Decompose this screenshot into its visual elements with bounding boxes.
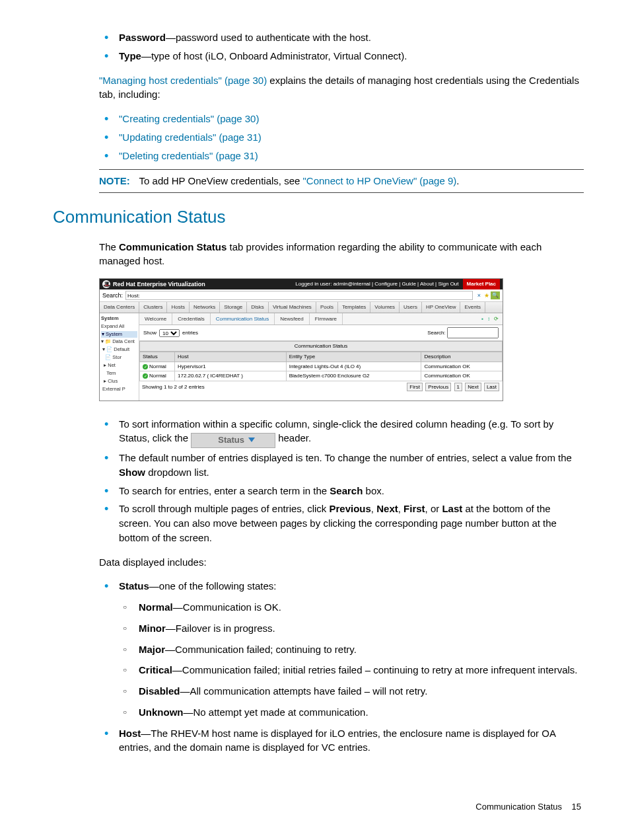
star-icon[interactable]: ★ xyxy=(484,291,489,300)
updating-credentials-link[interactable]: "Updating credentials" (page 31) xyxy=(119,132,262,143)
note-post: . xyxy=(456,175,459,186)
subtab-comm-status[interactable]: Communication Status xyxy=(211,313,275,325)
refresh-icon[interactable]: ⟳ xyxy=(494,315,499,323)
section-heading: Communication Status xyxy=(53,205,584,230)
ss-title: Red Hat Enterprise Virtualization xyxy=(113,280,205,289)
status-header-chip: Status xyxy=(191,433,275,448)
deleting-credentials-link[interactable]: "Deleting credentials" (page 31) xyxy=(119,150,258,161)
state-minor: Minor—Failover is in progress. xyxy=(139,621,584,636)
tab-volumes[interactable]: Volumes xyxy=(370,302,400,313)
status-ok-icon: ✓ xyxy=(143,373,148,379)
show-dropdown[interactable]: 10 xyxy=(159,329,180,337)
table-search-input[interactable] xyxy=(447,327,499,338)
ss-login-info[interactable]: Logged in user: admin@internal | Configu… xyxy=(295,280,458,288)
subtab-firmware[interactable]: Firmware xyxy=(310,313,343,325)
subtab-welcome[interactable]: Welcome xyxy=(139,313,172,325)
show-label: Show xyxy=(143,329,157,337)
section-para-bold: Communication Status xyxy=(119,241,227,252)
state-critical: Critical—Communication failed; initial r… xyxy=(139,663,584,677)
pager-next[interactable]: Next xyxy=(465,383,481,392)
pager: First Previous 1 Next Last xyxy=(406,383,500,392)
col-entity-type[interactable]: Entity Type xyxy=(286,352,421,362)
tab-hp-oneview[interactable]: HP OneView xyxy=(422,302,461,313)
tab-templates[interactable]: Templates xyxy=(338,302,370,313)
section-para: The Communication Status tab provides in… xyxy=(99,240,584,269)
table-controls: Show 10 entries Search: xyxy=(139,325,503,341)
expand-icon[interactable]: ↕ xyxy=(487,315,490,323)
section-para-pre: The xyxy=(99,241,119,252)
entries-label: entries xyxy=(182,329,198,337)
table-row[interactable]: ✓Normal Hypervisor1 Integrated Lights-Ou… xyxy=(140,362,503,371)
table-search-label: Search: xyxy=(427,330,446,336)
note-pre: To add HP OneView credentials, see xyxy=(139,175,303,186)
redhat-icon: 🎩 xyxy=(102,280,110,288)
usage-default: The default number of entries displayed … xyxy=(119,451,584,480)
status-ok-icon: ✓ xyxy=(143,364,148,369)
sidebar-expand-all[interactable]: Expand All xyxy=(101,323,137,330)
table-banner: Communication Status xyxy=(139,341,503,352)
managing-credentials-link[interactable]: "Managing host credentials" (page 30) xyxy=(99,75,267,86)
clear-icon[interactable]: × xyxy=(477,291,481,300)
sidebar-item[interactable]: ▸ Net xyxy=(101,362,137,369)
col-status[interactable]: Status xyxy=(140,352,175,362)
password-label: Password xyxy=(119,32,166,43)
footer-title: Communication Status xyxy=(475,802,562,812)
sidebar-item[interactable]: ▸ Clus xyxy=(101,378,137,385)
sidebar-item[interactable]: External P xyxy=(101,386,137,393)
cred-link-1: "Updating credentials" (page 31) xyxy=(119,130,584,145)
sidebar-item[interactable]: 📄 Stor xyxy=(101,354,137,362)
subtab-credentials[interactable]: Credentials xyxy=(172,313,210,325)
tab-data-centers[interactable]: Data Centers xyxy=(100,302,139,313)
tab-virtual-machines[interactable]: Virtual Machines xyxy=(269,302,316,313)
tab-events[interactable]: Events xyxy=(460,302,485,313)
password-text: —password used to authenticate with the … xyxy=(166,32,371,43)
minimize-icon[interactable]: ▪ xyxy=(481,315,483,323)
type-text: —type of host (iLO, Onboard Administrato… xyxy=(141,50,407,61)
tab-hosts[interactable]: Hosts xyxy=(167,302,189,313)
tab-pools[interactable]: Pools xyxy=(316,302,338,313)
main-tabs: Data Centers Clusters Hosts Networks Sto… xyxy=(100,302,503,313)
usage-section: To sort information within a specific co… xyxy=(99,417,584,755)
sidebar-selected[interactable]: ▾ System xyxy=(101,331,137,338)
pager-last[interactable]: Last xyxy=(484,383,499,392)
usage-sort-pre: To sort information within a specific co… xyxy=(119,418,553,444)
sidebar: System Expand All ▾ System ▾ 📁 Data Cent… xyxy=(100,313,139,401)
tab-networks[interactable]: Networks xyxy=(190,302,220,313)
tab-storage[interactable]: Storage xyxy=(220,302,247,313)
tab-clusters[interactable]: Clusters xyxy=(139,302,167,313)
sidebar-item[interactable]: Tem xyxy=(101,370,137,377)
market-place-button[interactable]: Market Plac xyxy=(463,279,500,289)
tab-disks[interactable]: Disks xyxy=(247,302,269,313)
host-bullet: Host—The RHEV-M host name is displayed f… xyxy=(119,726,584,755)
footer-page-number: 15 xyxy=(572,802,581,812)
cred-link-0: "Creating credentials" (page 30) xyxy=(119,112,584,126)
managing-credentials-para: "Managing host credentials" (page 30) ex… xyxy=(99,73,584,102)
search-go-icon[interactable]: 🔍 xyxy=(491,291,500,299)
search-input[interactable] xyxy=(125,291,473,300)
note-label: NOTE: xyxy=(99,175,137,186)
col-host[interactable]: Host xyxy=(175,352,287,362)
intro-bullets: Password—password used to authenticate w… xyxy=(99,30,584,163)
embedded-screenshot: 🎩 Red Hat Enterprise Virtualization Logg… xyxy=(99,278,503,401)
usage-sort: To sort information within a specific co… xyxy=(119,417,584,447)
creating-credentials-link[interactable]: "Creating credentials" (page 30) xyxy=(119,113,259,124)
table-footer: Showing 1 to 2 of 2 entries First Previo… xyxy=(139,381,503,393)
state-major: Major—Communication failed; continuing t… xyxy=(139,642,584,657)
sidebar-item[interactable]: ▾ 📁 Data Cent xyxy=(101,338,137,346)
pager-first[interactable]: First xyxy=(407,383,423,392)
usage-search: To search for entries, enter a search te… xyxy=(119,484,584,498)
pager-1[interactable]: 1 xyxy=(454,383,462,392)
pager-previous[interactable]: Previous xyxy=(425,383,451,392)
comm-status-table: Status Host Entity Type Description ✓Nor… xyxy=(139,352,503,381)
usage-scroll: To scroll through multiple pages of entr… xyxy=(119,502,584,545)
sidebar-item[interactable]: ▾ 📄 Default xyxy=(101,346,137,354)
table-row[interactable]: ✓Normal 172.20.62.7 ( IC4REDHAT ) BladeS… xyxy=(140,371,503,381)
subtab-newsfeed[interactable]: Newsfeed xyxy=(275,313,310,325)
usage-sort-post: header. xyxy=(278,432,311,443)
note-link[interactable]: "Connect to HP OneView" (page 9) xyxy=(303,175,457,186)
data-includes-para: Data displayed includes: xyxy=(99,555,584,570)
col-description[interactable]: Description xyxy=(421,352,503,362)
tab-users[interactable]: Users xyxy=(400,302,422,313)
status-bullet: Status—one of the following states: Norm… xyxy=(119,579,584,719)
bullet-type: Type—type of host (iLO, Onboard Administ… xyxy=(119,49,584,63)
